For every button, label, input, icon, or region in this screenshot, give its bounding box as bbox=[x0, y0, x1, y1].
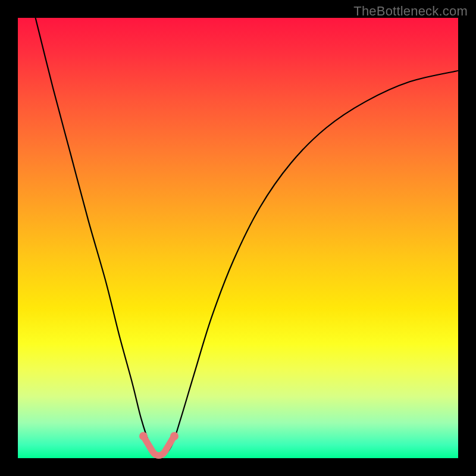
watermark-text: TheBottleneck.com bbox=[353, 4, 468, 19]
bottleneck-curve bbox=[18, 18, 458, 458]
optimal-zone-endpoint bbox=[139, 432, 148, 440]
optimal-zone-endpoint bbox=[170, 432, 178, 440]
chart-frame: TheBottleneck.com bbox=[0, 0, 476, 476]
optimal-zone-stroke bbox=[143, 436, 174, 456]
curve-path bbox=[36, 18, 458, 458]
